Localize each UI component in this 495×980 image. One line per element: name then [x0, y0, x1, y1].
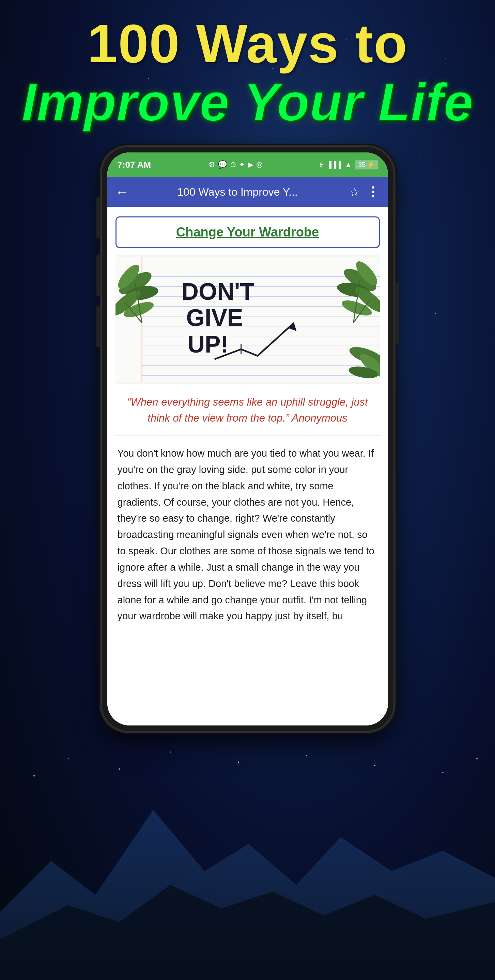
svg-point-8	[476, 758, 477, 759]
svg-point-5	[306, 755, 307, 756]
toolbar-title: 100 Ways to Improve Y...	[136, 186, 339, 198]
app-toolbar: ← 100 Ways to Improve Y... ☆ ⋮	[107, 177, 388, 207]
status-time: 7:07 AM	[118, 159, 151, 170]
content-divider	[115, 436, 380, 436]
navigation-icon: ✦	[239, 160, 245, 169]
svg-point-3	[170, 752, 171, 753]
mountain-silhouette	[0, 742, 495, 980]
notification-icons: ⚙ 💬 ⊙ ✦ ▶ ◎	[209, 160, 263, 169]
title-line1: 100 Ways to	[0, 14, 495, 73]
quote-text: “When everything seems like an uphill st…	[118, 395, 378, 426]
article-content: Change Your Wardrobe	[107, 207, 388, 725]
svg-text:GIVE: GIVE	[186, 305, 243, 331]
more-options-button[interactable]: ⋮	[367, 185, 380, 199]
svg-rect-9	[115, 257, 380, 382]
quote-section: “When everything seems like an uphill st…	[118, 395, 378, 426]
svg-point-4	[238, 762, 239, 763]
phone-screen: 7:07 AM ⚙ 💬 ⊙ ✦ ▶ ◎ ₿ ▐▐▐ ▲ 35 ⚡	[107, 153, 388, 725]
article-body-text: You don't know how much are you tied to …	[118, 445, 378, 624]
title-line2: Improve Your Life	[0, 73, 495, 132]
battery-indicator: 35 ⚡	[355, 160, 377, 169]
svg-text:UP!: UP!	[187, 331, 228, 358]
circle-icon: ⊙	[230, 160, 236, 169]
article-image: DON'T GIVE UP!	[115, 255, 380, 384]
wifi-icon: ▲	[345, 160, 352, 169]
svg-point-1	[68, 759, 69, 759]
bluetooth-icon: ₿	[320, 161, 323, 169]
battery-icon: ⚡	[367, 161, 375, 169]
svg-text:DON'T: DON'T	[181, 278, 254, 305]
signal-bars-icon: ▐▐▐	[327, 161, 341, 169]
dont-give-up-illustration: DON'T GIVE UP!	[115, 255, 380, 384]
phone-device: 7:07 AM ⚙ 💬 ⊙ ✦ ▶ ◎ ₿ ▐▐▐ ▲ 35 ⚡	[101, 146, 394, 732]
status-bar: 7:07 AM ⚙ 💬 ⊙ ✦ ▶ ◎ ₿ ▐▐▐ ▲ 35 ⚡	[107, 153, 388, 177]
settings-icon: ⚙	[209, 160, 215, 169]
section-title-box: Change Your Wardrobe	[115, 216, 380, 248]
title-area: 100 Ways to Improve Your Life	[0, 14, 495, 132]
svg-point-7	[442, 772, 444, 773]
svg-point-0	[34, 775, 35, 776]
phone-wrapper: 7:07 AM ⚙ 💬 ⊙ ✦ ▶ ◎ ₿ ▐▐▐ ▲ 35 ⚡	[101, 146, 394, 732]
section-title: Change Your Wardrobe	[176, 225, 319, 239]
svg-point-2	[118, 768, 120, 770]
svg-point-6	[374, 765, 375, 766]
messenger-icon: 💬	[218, 160, 227, 169]
back-button[interactable]: ←	[115, 185, 129, 200]
favorite-button[interactable]: ☆	[350, 185, 360, 199]
play-icon: ▶	[248, 160, 254, 169]
circle2-icon: ◎	[256, 160, 263, 169]
status-right-icons: ₿ ▐▐▐ ▲ 35 ⚡	[320, 160, 378, 169]
